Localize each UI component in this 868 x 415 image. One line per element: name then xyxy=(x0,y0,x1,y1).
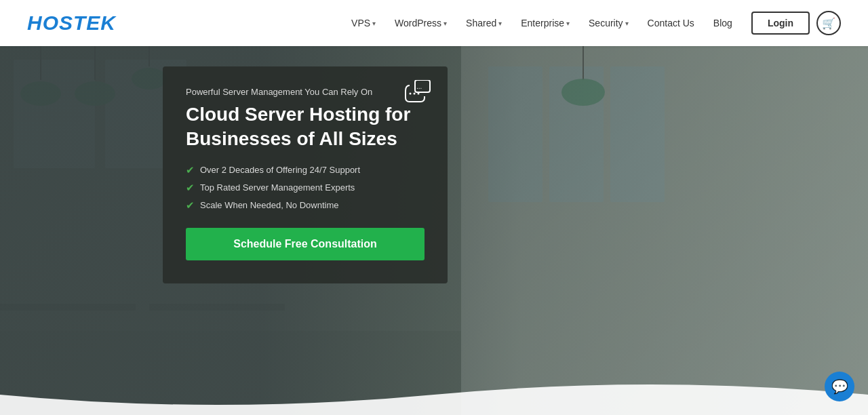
svg-point-20 xyxy=(410,93,412,95)
header: HOSTEK VPS ▾ WordPress ▾ Shared ▾ Enterp… xyxy=(0,0,868,46)
svg-text:...: ... xyxy=(416,83,422,90)
cart-icon: 🛒 xyxy=(822,17,835,30)
hero-features-list: ✔ Over 2 Decades of Offering 24/7 Suppor… xyxy=(186,164,425,212)
login-button[interactable]: Login xyxy=(751,12,810,35)
feature-item-3: ✔ Scale When Needed, No Downtime xyxy=(186,199,425,212)
feature-item-1: ✔ Over 2 Decades of Offering 24/7 Suppor… xyxy=(186,164,425,176)
hero-card: ... Powerful Server Management You Can R… xyxy=(163,66,448,283)
check-icon: ✔ xyxy=(186,182,195,194)
nav-item-contact[interactable]: Contact Us xyxy=(639,14,703,33)
check-icon: ✔ xyxy=(186,199,195,212)
check-icon: ✔ xyxy=(186,164,195,176)
cart-button[interactable]: 🛒 xyxy=(816,11,841,35)
chevron-down-icon: ▾ xyxy=(625,20,629,27)
nav-item-vps[interactable]: VPS ▾ xyxy=(343,14,384,33)
nav-item-security[interactable]: Security ▾ xyxy=(580,14,637,33)
nav-item-shared[interactable]: Shared ▾ xyxy=(458,14,510,33)
schedule-consultation-button[interactable]: Schedule Free Consultation xyxy=(186,228,425,260)
chat-icon: 💬 xyxy=(831,378,848,395)
logo[interactable]: HOSTEK xyxy=(27,12,116,35)
chevron-down-icon: ▾ xyxy=(566,20,570,27)
hero-subtitle: Powerful Server Management You Can Rely … xyxy=(186,87,425,97)
svg-point-22 xyxy=(418,93,420,95)
chevron-down-icon: ▾ xyxy=(443,20,447,27)
svg-point-21 xyxy=(414,93,416,95)
hero-title: Cloud Server Hosting for Businesses of A… xyxy=(186,102,425,152)
nav-actions: Login 🛒 xyxy=(751,11,841,35)
chevron-down-icon: ▾ xyxy=(372,20,376,27)
nav-item-blog[interactable]: Blog xyxy=(705,14,741,33)
nav-item-wordpress[interactable]: WordPress ▾ xyxy=(387,14,455,33)
phone-chat-icon: ... xyxy=(404,80,431,108)
feature-item-2: ✔ Top Rated Server Management Experts xyxy=(186,182,425,194)
main-nav: VPS ▾ WordPress ▾ Shared ▾ Enterprise ▾ … xyxy=(343,14,741,33)
nav-item-enterprise[interactable]: Enterprise ▾ xyxy=(513,14,578,33)
chat-bubble-button[interactable]: 💬 xyxy=(825,372,854,401)
chevron-down-icon: ▾ xyxy=(498,20,502,27)
hero-section: ... Powerful Server Management You Can R… xyxy=(0,46,868,415)
